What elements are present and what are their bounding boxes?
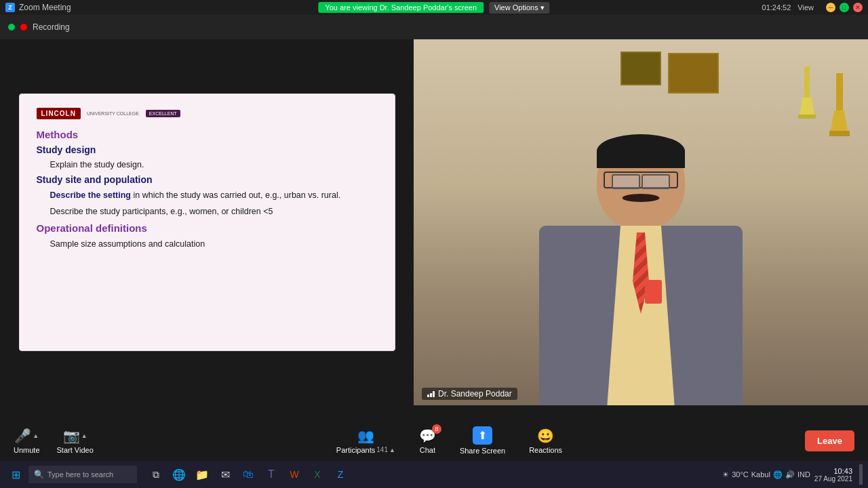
unmute-arrow: ▲ [33, 432, 39, 439]
taskview-button[interactable]: ⧉ [145, 464, 167, 485]
titlebar: Z Zoom Meeting You are viewing Dr. Sande… [0, 0, 868, 15]
participants-count: 141 [376, 446, 388, 453]
system-tray: ☀ 30°C Kabul 🌐 🔊 IND [722, 470, 810, 479]
video-feed: Dr. Sandeep Poddar [414, 39, 868, 405]
language-label: IND [797, 470, 810, 479]
store-app[interactable]: 🛍 [237, 464, 259, 485]
search-box[interactable]: 🔍 Type here to search [28, 466, 137, 483]
person-id-badge [645, 280, 662, 304]
view-label: View [797, 3, 814, 12]
participants-button[interactable]: 👥 Participants 141 ▲ [336, 428, 395, 454]
teams-app[interactable]: T [260, 464, 282, 485]
system-date: 27 Aug 2021 [814, 475, 852, 483]
location-label: Kabul [751, 470, 770, 479]
start-video-label: Start Video [57, 446, 94, 454]
maximize-button[interactable]: □ [840, 3, 849, 12]
person-head [597, 134, 685, 229]
recording-dot [20, 24, 27, 30]
taskbar-left: ⊞ 🔍 Type here to search ⧉ 🌐 📁 ✉ 🛍 T [5, 464, 351, 485]
titlebar-right: 01:24:52 View ─ □ ✕ [762, 3, 863, 12]
participants-icon: 👥 [357, 428, 374, 444]
share-screen-button[interactable]: ⬆ Share Screen [460, 426, 505, 455]
chat-button[interactable]: 💬 8 Chat [419, 428, 436, 454]
logo-university-text: UNIVERSITY COLLEGE [87, 111, 139, 116]
presentation-panel: LINCOLN UNIVERSITY COLLEGE EXCELLENT Met… [0, 39, 414, 405]
slide-methods-heading: Methods [37, 129, 378, 140]
chat-label: Chat [420, 446, 435, 454]
person-hair [597, 134, 685, 168]
leave-button[interactable]: Leave [805, 430, 854, 451]
slide-bullet-sample: Sample size assumptions and calculation [50, 238, 378, 251]
reactions-label: Reactions [529, 446, 562, 454]
store-icon: 🛍 [243, 468, 254, 481]
signal-bar-1 [427, 394, 429, 397]
participants-label: Participants [336, 446, 375, 454]
start-button[interactable]: ⊞ [5, 464, 26, 485]
temperature-label: 30°C [732, 470, 749, 479]
show-desktop-button[interactable] [859, 464, 863, 485]
certificate-1 [668, 53, 719, 94]
signal-bar-2 [430, 393, 432, 397]
zoom-taskbar-app[interactable]: Z [330, 464, 351, 485]
zoom-icon: Z [5, 3, 15, 12]
search-placeholder: Type here to search [47, 470, 113, 479]
status-dot [8, 24, 15, 30]
participants-arrow: ▲ [389, 447, 395, 453]
trophy-1 [827, 73, 851, 155]
slide-study-design-heading: Study design [37, 144, 378, 155]
lincoln-logo-text: LINCOLN [41, 110, 76, 117]
email-icon: ✉ [221, 468, 230, 481]
microphone-icon: 🎤 [14, 428, 31, 444]
topbar: Recording [0, 15, 868, 39]
slide-bullet-explain: Explain the study design. [50, 159, 378, 171]
reactions-button[interactable]: 😀 Reactions [529, 428, 562, 454]
participant-name-label: Dr. Sandeep Poddar [422, 388, 517, 400]
file-explorer[interactable]: 📁 [191, 464, 213, 485]
unmute-button[interactable]: 🎤 ▲ Unmute [14, 428, 40, 454]
view-options-button[interactable]: View Options ▾ [489, 2, 550, 14]
slide-bullet-setting: Describe the setting in which the study … [50, 188, 378, 202]
speaker-icon: 🔊 [785, 470, 795, 479]
participant-name-text: Dr. Sandeep Poddar [438, 389, 512, 399]
person-silhouette [512, 121, 770, 405]
edge-browser[interactable]: 🌐 [168, 464, 190, 485]
slide-logo: LINCOLN UNIVERSITY COLLEGE EXCELLENT [37, 108, 378, 119]
person-mustache [623, 194, 660, 202]
unmute-label: Unmute [14, 446, 40, 454]
window-controls: ─ □ ✕ [826, 3, 863, 12]
chevron-down-icon: ▾ [540, 3, 545, 12]
start-video-button[interactable]: 📷 ▲ Start Video [57, 428, 94, 454]
excel-app[interactable]: X [307, 464, 328, 485]
signal-bar-3 [433, 391, 435, 397]
person-body [539, 226, 743, 405]
system-time: 10:43 [833, 467, 852, 475]
office-app[interactable]: W [283, 464, 305, 485]
close-button[interactable]: ✕ [853, 3, 863, 12]
main-content: LINCOLN UNIVERSITY COLLEGE EXCELLENT Met… [0, 39, 868, 405]
certificate-2 [620, 52, 661, 85]
taskbar-right: ☀ 30°C Kabul 🌐 🔊 IND 10:43 27 Aug 2021 [722, 464, 863, 485]
titlebar-center: You are viewing Dr. Sandeep Poddar's scr… [318, 2, 549, 14]
trophy-2 [797, 66, 817, 134]
logo-excellence-badge: EXCELLENT [146, 110, 180, 117]
clock-area: 10:43 27 Aug 2021 [814, 467, 852, 483]
taskview-icon: ⧉ [153, 469, 159, 481]
minimize-button[interactable]: ─ [826, 3, 835, 12]
app-title: Zoom Meeting [19, 3, 71, 12]
meeting-timer: 01:24:52 [762, 3, 791, 12]
reactions-icon: 😀 [537, 428, 554, 444]
slide-bullet-participants: Describe the study participants, e.g., w… [50, 205, 378, 218]
search-icon: 🔍 [34, 470, 44, 479]
taskbar: ⊞ 🔍 Type here to search ⧉ 🌐 📁 ✉ 🛍 T [0, 461, 868, 488]
slide-study-site-heading: Study site and population [37, 174, 378, 185]
recording-label: Recording [33, 22, 70, 32]
zoom-left-controls: 🎤 ▲ Unmute 📷 ▲ Start Video [14, 428, 94, 454]
signal-bars [427, 391, 435, 397]
email-app[interactable]: ✉ [214, 464, 236, 485]
video-panel: Dr. Sandeep Poddar [414, 39, 868, 405]
chat-badge: 8 [432, 424, 441, 434]
share-screen-icon: ⬆ [478, 429, 487, 442]
teams-icon: T [268, 468, 275, 481]
zoom-controls-bar: 🎤 ▲ Unmute 📷 ▲ Start Video 👥 Participant… [0, 420, 868, 461]
camera-icon: 📷 [63, 428, 80, 444]
